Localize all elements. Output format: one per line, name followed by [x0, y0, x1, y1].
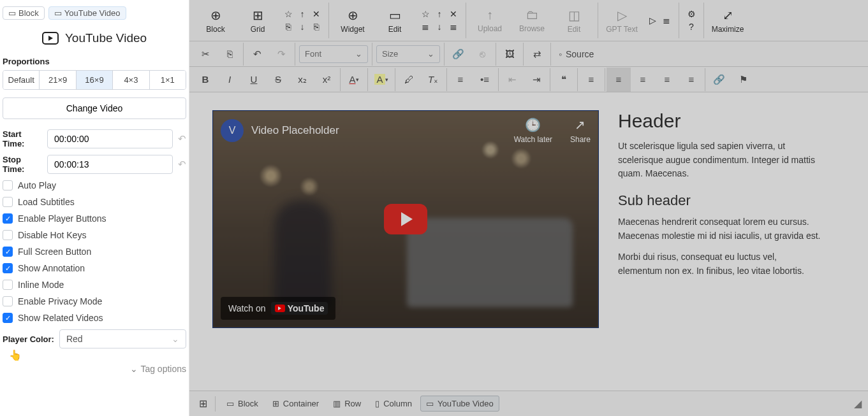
toolbar-max[interactable]: ⤢Maximize	[707, 3, 749, 38]
italic-icon[interactable]: I	[217, 68, 242, 92]
toolbar-gpt[interactable]: ▷GPT Text	[601, 3, 643, 38]
mini-icon[interactable]: ✕	[446, 8, 460, 20]
toolbar-grid[interactable]: ⊞Grid	[237, 3, 279, 38]
align-left-icon[interactable]: ≡	[607, 68, 631, 92]
align-right-icon[interactable]: ≡	[655, 68, 679, 92]
bullet-list-icon[interactable]: •≡	[473, 68, 497, 92]
option-subs[interactable]: Load Subtitles	[3, 197, 186, 207]
proportion-16×9[interactable]: 16×9	[77, 71, 113, 89]
watch-later-button[interactable]: 🕒Watch later	[514, 117, 552, 144]
mini-icon[interactable]: ☆	[418, 8, 432, 20]
path-container[interactable]: ⊞Container	[267, 396, 325, 412]
start-time-input[interactable]	[47, 129, 173, 148]
mini-icon[interactable]: ↓	[432, 21, 446, 32]
crumb-block[interactable]: ▭ Block	[3, 6, 45, 20]
mini-icon[interactable]: ?	[684, 21, 698, 32]
crumb-youtube[interactable]: ▭ YouTube Video	[48, 6, 126, 20]
stop-time-input[interactable]	[47, 155, 173, 174]
option-related[interactable]: ✓Show Related Videos	[3, 313, 186, 323]
numbered-list-icon[interactable]: ≡	[448, 68, 473, 92]
quote-icon[interactable]: ❝	[552, 68, 576, 92]
player-color-select[interactable]: Red ⌄	[59, 329, 186, 348]
mini-icon[interactable]: ≣	[446, 21, 460, 32]
checkbox[interactable]	[3, 180, 13, 190]
mini-icon[interactable]: ↑	[295, 8, 309, 20]
cut-icon[interactable]: ✂	[193, 42, 217, 66]
mini-icon[interactable]: ⎘	[309, 21, 323, 32]
checkbox[interactable]: ✓	[3, 263, 13, 273]
proportion-4×3[interactable]: 4×3	[113, 71, 149, 89]
underline-icon[interactable]: U	[242, 68, 266, 92]
path-block[interactable]: ▭Block	[221, 396, 264, 412]
option-privacy[interactable]: Enable Privacy Mode	[3, 296, 186, 306]
link-icon[interactable]: 🔗	[446, 42, 470, 66]
checkbox[interactable]	[3, 296, 13, 306]
mini-icon[interactable]: ↑	[432, 8, 446, 20]
indent-icon[interactable]: ⇥	[524, 68, 548, 92]
text-column[interactable]: Header Ut scelerisque ligula sed sapien …	[618, 110, 822, 328]
undo-icon[interactable]: ↶	[178, 133, 186, 145]
resize-handle[interactable]: ◢	[854, 398, 862, 410]
strike-icon[interactable]: S	[266, 68, 290, 92]
undo-icon[interactable]: ↶	[245, 42, 269, 66]
flag-icon[interactable]: ⚑	[731, 68, 755, 92]
checkbox[interactable]: ✓	[3, 313, 13, 323]
checkbox[interactable]: ✓	[3, 247, 13, 257]
option-autoplay[interactable]: Auto Play	[3, 180, 186, 190]
align-left-end-icon[interactable]: ≡	[579, 68, 603, 92]
text-color-icon[interactable]: A▾	[342, 68, 366, 92]
proportion-Default[interactable]: Default	[3, 71, 40, 89]
source-button[interactable]: ◦Source	[552, 42, 600, 66]
checkbox[interactable]	[3, 197, 13, 207]
undo-icon[interactable]: ↶	[178, 159, 186, 170]
anchor-icon[interactable]: 🔗	[707, 68, 731, 92]
toolbar-browse[interactable]: 🗀Browse	[511, 3, 553, 38]
tag-options-toggle[interactable]: ⌄ Tag options	[3, 364, 186, 374]
align-justify-icon[interactable]: ≡	[679, 68, 703, 92]
toolbar-block[interactable]: ⊕Block	[195, 3, 237, 38]
bg-color-icon[interactable]: A▾	[369, 68, 394, 92]
play-button[interactable]	[384, 204, 427, 234]
mini-icon[interactable]: ▷	[645, 15, 659, 26]
checkbox[interactable]	[3, 280, 13, 290]
proportion-21×9[interactable]: 21×9	[40, 71, 76, 89]
subscript-icon[interactable]: x₂	[290, 68, 314, 92]
align-center-icon[interactable]: ≡	[631, 68, 655, 92]
unlink-icon[interactable]: ⎋	[470, 42, 494, 66]
font-select[interactable]: Font⌄	[299, 45, 368, 63]
mini-icon[interactable]: ↓	[295, 21, 309, 32]
replace-icon[interactable]: ⇄	[525, 42, 549, 66]
mini-icon[interactable]: ⎘	[281, 21, 295, 32]
checkbox[interactable]	[3, 230, 13, 240]
toolbar-edit[interactable]: ▭Edit	[374, 3, 416, 38]
redo-icon[interactable]: ↷	[269, 42, 293, 66]
mini-icon[interactable]: ≣	[659, 15, 673, 26]
option-full[interactable]: ✓Full Screen Button	[3, 247, 186, 257]
image-icon[interactable]: 🖼	[497, 42, 522, 66]
checkbox[interactable]: ✓	[3, 213, 13, 224]
proportion-1×1[interactable]: 1×1	[150, 71, 186, 89]
clear-format-icon[interactable]: Tₓ	[421, 68, 445, 92]
size-select[interactable]: Size⌄	[376, 45, 440, 63]
superscript-icon[interactable]: x²	[314, 68, 339, 92]
mini-icon[interactable]: ⚙	[684, 8, 698, 20]
toolbar-iedit[interactable]: ◫Edit	[553, 3, 595, 38]
youtube-embed[interactable]: V Video Placeholder 🕒Watch later ↗Share …	[212, 110, 599, 328]
mini-icon[interactable]: ≣	[418, 21, 432, 32]
mini-icon[interactable]: ✕	[309, 8, 323, 20]
option-hotkeys[interactable]: Disable Hot Keys	[3, 230, 186, 240]
option-inline[interactable]: Inline Mode	[3, 280, 186, 290]
toolbar-upload[interactable]: ↑Upload	[469, 3, 511, 38]
option-annot[interactable]: ✓Show Annotation	[3, 263, 186, 273]
change-video-button[interactable]: Change Video	[3, 97, 186, 119]
highlight-icon[interactable]: 🖊	[397, 68, 421, 92]
bold-icon[interactable]: B	[193, 68, 217, 92]
grid-icon[interactable]: ⊞	[196, 397, 210, 411]
path-col[interactable]: ▯Column	[369, 396, 418, 412]
watch-on-youtube[interactable]: Watch on YouTube	[221, 297, 335, 320]
outdent-icon[interactable]: ⇤	[500, 68, 524, 92]
toolbar-widget[interactable]: ⊕Widget	[332, 3, 374, 38]
share-button[interactable]: ↗Share	[570, 117, 591, 144]
path-row[interactable]: ▥Row	[327, 396, 367, 412]
copy-icon[interactable]: ⎘	[217, 42, 242, 66]
